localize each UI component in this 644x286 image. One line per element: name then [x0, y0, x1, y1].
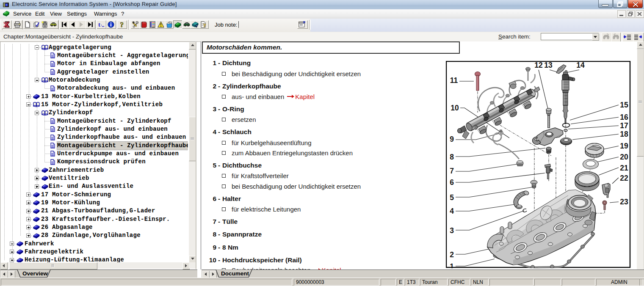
- svg-text:10: 10: [451, 104, 459, 112]
- svg-text:17: 17: [620, 121, 628, 130]
- svg-text:8: 8: [450, 153, 454, 161]
- svg-text:18: 18: [620, 130, 628, 138]
- svg-text:23: 23: [620, 198, 628, 206]
- svg-text:2: 2: [450, 250, 454, 259]
- svg-text:7: 7: [450, 167, 454, 175]
- svg-text:15: 15: [620, 101, 628, 109]
- svg-text:19: 19: [620, 142, 628, 150]
- svg-text:16: 16: [620, 113, 628, 121]
- svg-text:21: 21: [620, 164, 628, 172]
- svg-text:5: 5: [450, 193, 454, 202]
- svg-text:22: 22: [620, 174, 628, 182]
- svg-text:9: 9: [450, 135, 454, 143]
- svg-text:11: 11: [450, 76, 458, 85]
- svg-text:12: 12: [534, 61, 543, 69]
- svg-text:?: ?: [203, 22, 206, 28]
- svg-text:14: 14: [576, 61, 585, 69]
- svg-text:6: 6: [450, 178, 454, 187]
- svg-text:?: ?: [120, 21, 124, 28]
- svg-text:13: 13: [544, 61, 553, 69]
- svg-text:1: 1: [450, 262, 454, 268]
- svg-text:4: 4: [450, 207, 454, 215]
- svg-text:3: 3: [450, 226, 454, 235]
- svg-text:t: t: [98, 21, 100, 28]
- svg-text:20: 20: [620, 153, 628, 161]
